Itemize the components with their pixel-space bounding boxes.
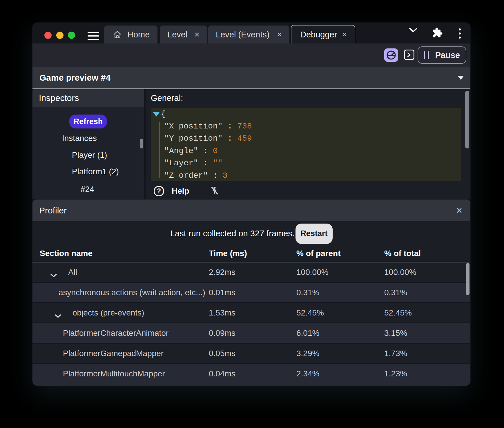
- column-header-time: Time (ms): [209, 245, 247, 262]
- pin-off-icon[interactable]: [210, 186, 220, 197]
- help-icon[interactable]: ?: [154, 186, 164, 196]
- profiler-title: Profiler: [39, 206, 67, 215]
- table-row-async-actions[interactable]: asynchronous actions (wait action, etc..…: [32, 283, 470, 302]
- help-label[interactable]: Help: [172, 186, 189, 196]
- debugger-window: Home Level × Level (Events) × Debugger ×: [32, 23, 470, 386]
- tab-level-events[interactable]: Level (Events) ×: [208, 26, 289, 43]
- tree-item-instances[interactable]: Instances: [62, 133, 97, 144]
- profiler-gauge-icon[interactable]: [384, 48, 398, 62]
- console-icon[interactable]: [404, 50, 414, 60]
- table-row-objects-pre-events[interactable]: objects (pre-events) 1.53ms 52.45% 52.45…: [32, 303, 470, 322]
- home-icon: [113, 30, 122, 39]
- profiler-status-row: Last run collected on 327 frames. Restar…: [32, 221, 470, 246]
- inspectors-header: Inspectors: [32, 89, 144, 107]
- table-row-all[interactable]: All 2.92ms 100.00% 100.00%: [32, 262, 470, 282]
- profiler-scrollbar-thumb[interactable]: [466, 263, 469, 295]
- column-header-percent-total: % of total: [384, 245, 421, 262]
- pause-icon: [424, 51, 429, 59]
- collapse-triangle-icon[interactable]: [153, 112, 160, 117]
- json-viewer: { "X position" : 738 "Y position" : 459 …: [151, 108, 461, 181]
- close-icon[interactable]: ×: [194, 30, 207, 39]
- column-header-section-name: Section name: [40, 245, 93, 262]
- tab-label: Level: [167, 30, 187, 39]
- close-icon[interactable]: ×: [277, 30, 289, 39]
- kebab-menu-icon[interactable]: [458, 27, 462, 40]
- chevron-down-icon[interactable]: [408, 27, 418, 33]
- tree-item-platform1[interactable]: Platform1 (2): [72, 166, 119, 177]
- general-scrollbar-thumb[interactable]: [465, 91, 469, 148]
- json-field-angle: "Angle" : 0: [164, 145, 252, 157]
- json-field-y-position: "Y position" : 459: [164, 133, 252, 145]
- pause-label: Pause: [435, 50, 460, 60]
- collapse-caret-icon[interactable]: [458, 76, 464, 80]
- debugger-toolbar: Pause: [32, 43, 470, 67]
- json-field-x-position: "X position" : 738: [164, 120, 252, 133]
- title-bar: Home Level × Level (Events) × Debugger ×: [32, 23, 470, 43]
- json-field-layer: "Layer" : "": [164, 157, 252, 170]
- zoom-window-button[interactable]: [68, 32, 75, 39]
- close-icon[interactable]: ×: [456, 205, 462, 216]
- extension-puzzle-icon[interactable]: [432, 27, 443, 38]
- general-panel: General: { "X position" : 738 "Y positio…: [146, 89, 470, 199]
- profiler-header: Profiler ×: [32, 200, 470, 221]
- tab-level[interactable]: Level ×: [160, 26, 207, 43]
- column-header-percent-parent: % of parent: [296, 245, 340, 262]
- tab-label: Debugger: [300, 30, 337, 39]
- inspectors-title: Inspectors: [39, 93, 79, 103]
- json-field-z-order: "Z order" : 3: [164, 169, 252, 182]
- table-row-character-animator[interactable]: PlatformerCharacterAnimator 0.09ms 6.01%…: [32, 323, 470, 343]
- profiler-panel: Profiler × Last run collected on 327 fra…: [32, 200, 470, 386]
- close-window-button[interactable]: [44, 32, 52, 39]
- chevron-down-icon[interactable]: [50, 270, 57, 280]
- tree-item-instance-24[interactable]: #24: [81, 184, 94, 195]
- tab-label: Home: [127, 30, 150, 39]
- pause-button[interactable]: Pause: [418, 46, 466, 64]
- restart-button[interactable]: Restart: [295, 224, 333, 244]
- refresh-button[interactable]: Refresh: [69, 115, 107, 128]
- minimize-window-button[interactable]: [56, 32, 64, 39]
- table-row-gamepad-mapper[interactable]: PlatformerGamepadMapper 0.05ms 3.29% 1.7…: [32, 344, 470, 363]
- game-preview-title: Game preview #4: [39, 73, 110, 83]
- inspectors-panel: Inspectors Refresh Instances Player (1) …: [32, 89, 144, 199]
- tab-debugger-active[interactable]: Debugger ×: [291, 25, 355, 43]
- profiler-status-text: Last run collected on 327 frames.: [170, 229, 295, 238]
- close-icon[interactable]: ×: [342, 30, 355, 39]
- open-brace: {: [161, 110, 166, 119]
- inspectors-scrollbar-thumb[interactable]: [140, 139, 143, 148]
- tree-item-player[interactable]: Player (1): [72, 150, 107, 160]
- table-row-multitouch-mapper[interactable]: PlatformerMultitouchMapper 0.04ms 2.34% …: [32, 364, 470, 386]
- chevron-down-icon[interactable]: [55, 311, 61, 320]
- tab-label: Level (Events): [216, 30, 269, 39]
- menu-icon[interactable]: [88, 32, 99, 40]
- game-preview-header[interactable]: Game preview #4: [32, 67, 470, 88]
- tab-home[interactable]: Home: [104, 26, 157, 43]
- general-title: General:: [151, 93, 183, 103]
- indent-guide: [159, 122, 160, 178]
